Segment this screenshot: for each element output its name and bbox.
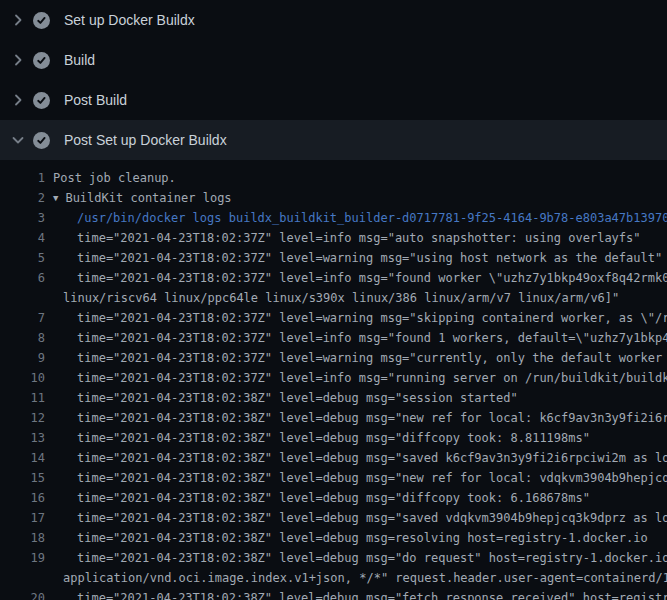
chevron-right-icon[interactable] <box>10 12 26 28</box>
log-pane: 1Post job cleanup.2▼BuildKit container l… <box>0 160 667 600</box>
log-line: 18time="2021-04-23T18:02:38Z" level=debu… <box>0 528 667 548</box>
log-line-text: time="2021-04-23T18:02:38Z" level=debug … <box>77 528 648 548</box>
log-group-title: BuildKit container logs <box>65 191 231 205</box>
log-line-continuation: linux/riscv64 linux/ppc64le linux/s390x … <box>0 288 667 308</box>
log-line-text: Post job cleanup. <box>53 168 176 188</box>
log-line-number[interactable]: 2 <box>0 188 45 208</box>
log-line-number[interactable]: 16 <box>0 488 45 508</box>
log-line: 9time="2021-04-23T18:02:37Z" level=warni… <box>0 348 667 368</box>
log-line-number[interactable]: 10 <box>0 368 45 388</box>
log-line-continuation: application/vnd.oci.image.index.v1+json,… <box>0 568 667 588</box>
log-line-number[interactable]: 8 <box>0 328 45 348</box>
step-header-set-up-docker-buildx[interactable]: Set up Docker Buildx <box>0 0 667 40</box>
actions-log-viewer: Set up Docker Buildx Build Post Build <box>0 0 667 600</box>
log-line: 15time="2021-04-23T18:02:38Z" level=debu… <box>0 468 667 488</box>
log-group-line-text: ▼BuildKit container logs <box>53 188 232 208</box>
log-line: 1Post job cleanup. <box>0 168 667 188</box>
log-line: 14time="2021-04-23T18:02:38Z" level=debu… <box>0 448 667 468</box>
step-header-build[interactable]: Build <box>0 40 667 80</box>
log-line-text: time="2021-04-23T18:02:37Z" level=warnin… <box>77 308 667 328</box>
log-line: 17time="2021-04-23T18:02:38Z" level=debu… <box>0 508 667 528</box>
log-line-number[interactable]: 13 <box>0 428 45 448</box>
log-line-number[interactable]: 20 <box>0 588 45 600</box>
log-line-number[interactable]: 14 <box>0 448 45 468</box>
log-line-text: time="2021-04-23T18:02:38Z" level=debug … <box>77 388 518 408</box>
log-line-text: time="2021-04-23T18:02:37Z" level=info m… <box>77 228 641 248</box>
log-line-text: time="2021-04-23T18:02:38Z" level=debug … <box>77 448 667 468</box>
log-line-text: time="2021-04-23T18:02:38Z" level=debug … <box>77 468 667 488</box>
log-line-number[interactable]: 5 <box>0 248 45 268</box>
log-line-text: application/vnd.oci.image.index.v1+json,… <box>63 568 667 588</box>
check-circle-icon <box>33 132 50 149</box>
step-label: Set up Docker Buildx <box>64 12 195 28</box>
step-header-post-build[interactable]: Post Build <box>0 80 667 120</box>
log-line-number[interactable]: 17 <box>0 508 45 528</box>
check-circle-icon <box>33 12 50 29</box>
log-line-number[interactable]: 12 <box>0 408 45 428</box>
chevron-right-icon[interactable] <box>10 92 26 108</box>
log-line: 3/usr/bin/docker logs buildx_buildkit_bu… <box>0 208 667 228</box>
log-line: 19time="2021-04-23T18:02:38Z" level=debu… <box>0 548 667 568</box>
log-line-number[interactable]: 11 <box>0 388 45 408</box>
log-line: 5time="2021-04-23T18:02:37Z" level=warni… <box>0 248 667 268</box>
log-line-text: time="2021-04-23T18:02:38Z" level=debug … <box>77 548 667 568</box>
log-line-text: time="2021-04-23T18:02:38Z" level=debug … <box>77 428 590 448</box>
step-label: Build <box>64 52 95 68</box>
log-line-number[interactable]: 18 <box>0 528 45 548</box>
log-line-text: time="2021-04-23T18:02:37Z" level=info m… <box>77 368 667 388</box>
log-line: 4time="2021-04-23T18:02:37Z" level=info … <box>0 228 667 248</box>
log-command-text: /usr/bin/docker logs buildx_buildkit_bui… <box>77 208 667 228</box>
log-line-number <box>0 288 45 308</box>
step-list: Set up Docker Buildx Build Post Build <box>0 0 667 160</box>
log-line-number[interactable]: 6 <box>0 268 45 288</box>
log-line-text: time="2021-04-23T18:02:38Z" level=debug … <box>77 508 667 528</box>
check-circle-icon <box>33 92 50 109</box>
log-group-toggle-icon[interactable]: ▼ <box>53 188 58 208</box>
log-line-text: linux/riscv64 linux/ppc64le linux/s390x … <box>63 288 619 308</box>
log-line-number[interactable]: 19 <box>0 548 45 568</box>
log-line-number[interactable]: 9 <box>0 348 45 368</box>
log-line: 10time="2021-04-23T18:02:37Z" level=info… <box>0 368 667 388</box>
log-line: 13time="2021-04-23T18:02:38Z" level=debu… <box>0 428 667 448</box>
log-line: 8time="2021-04-23T18:02:37Z" level=info … <box>0 328 667 348</box>
log-line: 11time="2021-04-23T18:02:38Z" level=debu… <box>0 388 667 408</box>
log-line-number[interactable]: 3 <box>0 208 45 228</box>
log-line-text: time="2021-04-23T18:02:38Z" level=debug … <box>77 588 667 600</box>
step-label: Post Set up Docker Buildx <box>64 132 227 148</box>
log-line: 12time="2021-04-23T18:02:38Z" level=debu… <box>0 408 667 428</box>
log-line: 6time="2021-04-23T18:02:37Z" level=info … <box>0 268 667 288</box>
log-line-number[interactable]: 7 <box>0 308 45 328</box>
step-header-post-set-up-docker-buildx[interactable]: Post Set up Docker Buildx <box>0 120 667 160</box>
chevron-right-icon[interactable] <box>10 52 26 68</box>
log-line-text: time="2021-04-23T18:02:38Z" level=debug … <box>77 408 667 428</box>
log-line-number[interactable]: 4 <box>0 228 45 248</box>
check-circle-icon <box>33 52 50 69</box>
log-line-text: time="2021-04-23T18:02:37Z" level=info m… <box>77 268 667 288</box>
log-line-number[interactable]: 15 <box>0 468 45 488</box>
step-label: Post Build <box>64 92 127 108</box>
log-line-text: time="2021-04-23T18:02:37Z" level=info m… <box>77 328 667 348</box>
log-line-text: time="2021-04-23T18:02:37Z" level=warnin… <box>77 248 662 268</box>
log-line: 2▼BuildKit container logs <box>0 188 667 208</box>
log-line-number[interactable]: 1 <box>0 168 45 188</box>
log-line-number <box>0 568 45 588</box>
log-line: 20time="2021-04-23T18:02:38Z" level=debu… <box>0 588 667 600</box>
log-line: 7time="2021-04-23T18:02:37Z" level=warni… <box>0 308 667 328</box>
log-line-text: time="2021-04-23T18:02:37Z" level=warnin… <box>77 348 667 368</box>
chevron-down-icon[interactable] <box>10 132 26 148</box>
log-line: 16time="2021-04-23T18:02:38Z" level=debu… <box>0 488 667 508</box>
log-line-text: time="2021-04-23T18:02:38Z" level=debug … <box>77 488 590 508</box>
